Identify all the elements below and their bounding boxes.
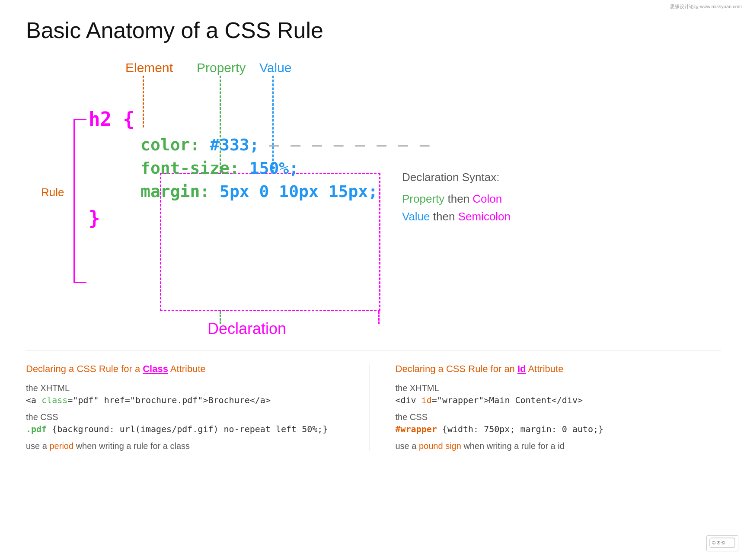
class-heading: Declaring a CSS Rule for a Class Attribu… bbox=[26, 363, 352, 375]
dashes: — — — — — — — — bbox=[269, 135, 430, 154]
syntax-line1: Property then Colon bbox=[402, 190, 511, 208]
class-heading-highlight: Class bbox=[143, 363, 168, 374]
syntax-property-word: Property bbox=[402, 192, 444, 205]
bottom-right: Declaring a CSS Rule for an Id Attribute… bbox=[370, 363, 721, 451]
id-use-note: use a pound sign when writing a rule for… bbox=[396, 441, 721, 451]
syntax-semicolon-word: Semicolon bbox=[458, 210, 511, 223]
svg-text:© ® ©: © ® © bbox=[712, 540, 725, 545]
syntax-value-word: Value bbox=[402, 210, 430, 223]
bottom-section: Declaring a CSS Rule for a Class Attribu… bbox=[26, 363, 721, 451]
id-xhtml-before: <div bbox=[396, 395, 421, 405]
id-use-after: when writing a rule for a id bbox=[461, 441, 565, 451]
class-selector: .pdf bbox=[26, 424, 47, 434]
class-css-label: the CSS bbox=[26, 412, 352, 422]
id-heading-before: Declaring a CSS Rule for an bbox=[396, 363, 517, 374]
label-value: Value bbox=[259, 60, 292, 75]
class-xhtml-before: <a bbox=[26, 395, 42, 405]
cc-badge: © ® © bbox=[706, 535, 738, 551]
code-h2: h2 { bbox=[89, 108, 134, 130]
declaration-label: Declaration bbox=[208, 320, 286, 338]
syntax-line2: Value then Semicolon bbox=[402, 208, 511, 226]
class-attr: class bbox=[42, 395, 67, 405]
rule-label: Rule bbox=[41, 186, 64, 199]
code-margin-prop: margin: bbox=[140, 182, 210, 201]
id-xhtml-label: the XHTML bbox=[396, 383, 721, 393]
code-block: h2 { color: #333; — — — — — — — — font-s… bbox=[89, 108, 431, 229]
id-heading-highlight: Id bbox=[517, 363, 526, 374]
code-color-prop: color: bbox=[140, 135, 200, 154]
id-xhtml-after: ="wrapper">Main Content</div> bbox=[432, 395, 583, 405]
label-property: Property bbox=[197, 60, 246, 75]
id-selector: #wrapper bbox=[396, 424, 437, 434]
code-fontsize-prop: font-size: bbox=[140, 159, 239, 178]
rule-bracket bbox=[73, 119, 86, 283]
id-css-rule: {width: 750px; margin: 0 auto;} bbox=[437, 424, 603, 434]
class-xhtml-code: <a class="pdf" href="brochure.pdf">Broch… bbox=[26, 395, 352, 405]
id-heading: Declaring a CSS Rule for an Id Attribute bbox=[396, 363, 721, 375]
class-use-period: period bbox=[49, 441, 73, 451]
class-use-after: when writing a rule for a class bbox=[73, 441, 190, 451]
class-heading-before: Declaring a CSS Rule for a bbox=[26, 363, 143, 374]
class-css-code: .pdf {background: url(images/pdf.gif) no… bbox=[26, 424, 352, 434]
syntax-colon-word: Colon bbox=[472, 192, 502, 205]
class-use-note: use a period when writing a rule for a c… bbox=[26, 441, 352, 451]
divider bbox=[26, 350, 721, 350]
code-close-brace: } bbox=[89, 207, 100, 229]
code-fontsize-val: 150%; bbox=[249, 159, 299, 178]
id-css-label: the CSS bbox=[396, 412, 721, 422]
watermark: 思缘设计论坛 www.missyuan.com bbox=[670, 3, 742, 10]
class-heading-after: Attribute bbox=[170, 363, 206, 374]
class-use-before: use a bbox=[26, 441, 49, 451]
id-xhtml-code: <div id="wrapper">Main Content</div> bbox=[396, 395, 721, 405]
code-color-val: #333; bbox=[210, 135, 259, 154]
id-heading-after: Attribute bbox=[528, 363, 563, 374]
class-css-rule: {background: url(images/pdf.gif) no-repe… bbox=[47, 424, 328, 434]
label-element: Element bbox=[125, 60, 173, 75]
syntax-box: Declaration Syntax: Property then Colon … bbox=[402, 169, 511, 226]
id-attr: id bbox=[421, 395, 432, 405]
class-xhtml-label: the XHTML bbox=[26, 383, 352, 393]
vline-decl-right-bottom bbox=[378, 311, 380, 324]
syntax-title: Declaration Syntax: bbox=[402, 169, 511, 187]
id-use-before: use a bbox=[396, 441, 419, 451]
page-title: Basic Anatomy of a CSS Rule bbox=[0, 0, 747, 43]
id-css-code: #wrapper {width: 750px; margin: 0 auto;} bbox=[396, 424, 721, 434]
diagram-area: Element Property Value Rule h2 { color: … bbox=[26, 56, 721, 350]
bottom-left: Declaring a CSS Rule for a Class Attribu… bbox=[26, 363, 370, 451]
id-use-pound: pound sign bbox=[419, 441, 461, 451]
class-xhtml-after: ="pdf" href="brochure.pdf">Brochure</a> bbox=[67, 395, 271, 405]
code-margin-val: 5px 0 10px 15px; bbox=[220, 182, 378, 201]
